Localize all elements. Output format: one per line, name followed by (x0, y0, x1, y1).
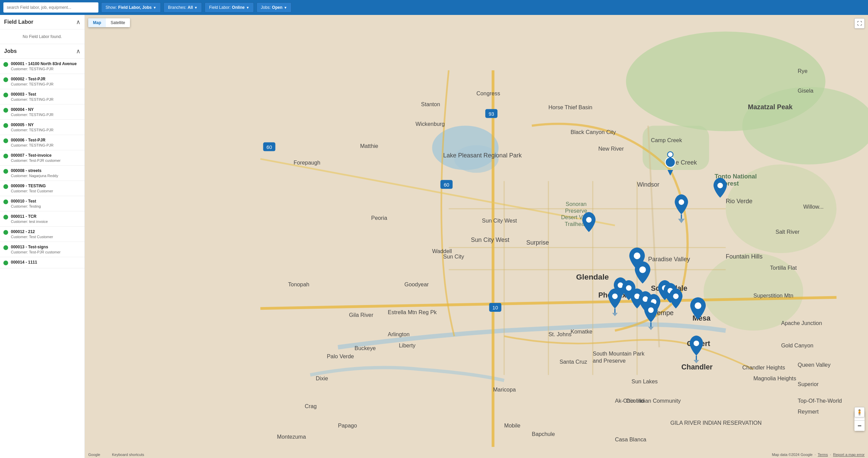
fullscreen-button[interactable]: ⛶ (854, 18, 865, 28)
job-info: 000006 - Test-PJR Customer: TESTING-PJR (11, 138, 81, 147)
job-title: 000008 - streets (11, 168, 81, 173)
job-title: 000013 - Test-signs (11, 245, 81, 249)
show-value: Field Labor, Jobs (118, 5, 152, 10)
job-title: 000002 - Test-PJR (11, 77, 81, 81)
svg-text:Windsor: Windsor (637, 181, 659, 188)
svg-text:Congress: Congress (476, 90, 500, 96)
map-type-controls: Map Satellite (88, 18, 130, 27)
svg-point-105 (717, 183, 723, 188)
svg-text:Palo Verde: Palo Verde (327, 353, 354, 359)
branches-filter-button[interactable]: Branches: All ▼ (164, 2, 202, 13)
job-title: 000014 - 1111 (11, 260, 81, 265)
search-input[interactable] (3, 2, 98, 13)
svg-text:Gila River: Gila River (349, 312, 374, 318)
job-info: 000011 - TCR Customer: test invoice (11, 214, 81, 224)
main-layout: Field Labor ∧ No Field Labor found. Jobs… (0, 15, 868, 458)
job-list-item[interactable]: 000014 - 1111 (0, 257, 84, 268)
job-list-item[interactable]: 000009 - TESTING Customer: Test Customer (0, 181, 84, 196)
job-status-dot (3, 215, 8, 220)
job-list-item[interactable]: 000008 - streets Customer: Nagarjuna Red… (0, 166, 84, 181)
job-list-item[interactable]: 000013 - Test-signs Customer: Test-PJR c… (0, 242, 84, 257)
show-filter-button[interactable]: Show: Field Labor, Jobs ▼ (101, 2, 161, 13)
job-status-dot (3, 108, 8, 113)
keyboard-shortcuts[interactable]: Keyboard shortcuts (112, 453, 144, 457)
jobs-collapse-icon[interactable]: ∧ (76, 47, 80, 55)
svg-text:Crag: Crag (305, 403, 317, 409)
job-list-item[interactable]: 000001 - 14100 North 83rd Avenue Custome… (0, 59, 84, 74)
job-customer: Customer: Nagarjuna Reddy (11, 174, 81, 178)
jobs-filter-button[interactable]: Jobs: Open ▼ (257, 2, 291, 13)
job-title: 000001 - 14100 North 83rd Avenue (11, 61, 81, 66)
svg-text:Stanton: Stanton (421, 101, 440, 107)
svg-text:Willow...: Willow... (803, 204, 824, 210)
job-list-item[interactable]: 000006 - Test-PJR Customer: TESTING-PJR (0, 135, 84, 150)
job-list-item[interactable]: 000003 - Test Customer: TESTING-PJR (0, 89, 84, 104)
svg-text:Rye: Rye (798, 68, 808, 74)
svg-text:Surprise: Surprise (526, 239, 549, 246)
svg-text:Horse Thief Basin: Horse Thief Basin (548, 104, 592, 110)
job-customer: Customer: TESTING-PJR (11, 97, 81, 101)
svg-point-123 (695, 302, 701, 309)
svg-text:Komatke: Komatke (571, 328, 592, 335)
job-status-dot (3, 261, 8, 265)
job-title: 000007 - Test-invoice (11, 153, 81, 158)
svg-text:Papago: Papago (338, 422, 357, 428)
svg-point-113 (626, 285, 631, 291)
google-attribution: Google (88, 453, 100, 457)
map-type-satellite-button[interactable]: Satellite (106, 18, 130, 27)
svg-text:Magnolia Heights: Magnolia Heights (753, 375, 796, 381)
job-title: 000011 - TCR (11, 214, 81, 219)
svg-text:60: 60 (266, 145, 272, 150)
job-status-dot (3, 184, 8, 189)
branches-arrow-icon: ▼ (194, 6, 197, 9)
job-list-item[interactable]: 000004 - NY Customer: TESTING-PJR (0, 104, 84, 120)
svg-text:South Mountain Park: South Mountain Park (593, 350, 645, 357)
svg-point-124 (648, 307, 654, 313)
job-list-item[interactable]: 000012 - 212 Customer: Test Customer (0, 227, 84, 242)
job-title: 000006 - Test-PJR (11, 138, 81, 142)
job-customer: Customer: Test Customer (11, 235, 81, 239)
pegman-icon[interactable]: 🧍 (854, 407, 865, 417)
job-list-item[interactable]: 000011 - TCR Customer: test invoice (0, 211, 84, 227)
svg-text:Rio Verde: Rio Verde (726, 198, 753, 205)
svg-text:Bapchule: Bapchule (532, 431, 555, 437)
svg-text:Apache Junction: Apache Junction (781, 320, 822, 326)
map-area[interactable]: Map Satellite ⛶ (85, 15, 868, 458)
svg-text:and Preserve: and Preserve (593, 358, 626, 364)
job-list-item[interactable]: 000005 - NY Customer: TESTING-PJR (0, 120, 84, 135)
svg-text:Preserve: Preserve (565, 208, 587, 214)
svg-text:Arlington: Arlington (388, 331, 410, 337)
svg-text:Ocotillo: Ocotillo (626, 398, 644, 404)
job-info: 000010 - Test Customer: Testing (11, 199, 81, 208)
job-list-item[interactable]: 000010 - Test Customer: Testing (0, 196, 84, 211)
zoom-out-button[interactable]: − (854, 421, 865, 431)
field-labor-collapse-icon[interactable]: ∧ (76, 18, 80, 26)
job-info: 000005 - NY Customer: TESTING-PJR (11, 122, 81, 132)
field-labor-title: Field Labor (4, 19, 33, 25)
job-status-dot (3, 93, 8, 97)
svg-text:Superstition Mtn: Superstition Mtn (753, 292, 793, 299)
map-type-map-button[interactable]: Map (88, 18, 106, 27)
svg-text:Reymert: Reymert (798, 408, 819, 415)
sidebar: Field Labor ∧ No Field Labor found. Jobs… (0, 15, 85, 458)
show-label: Show: (106, 5, 117, 10)
svg-text:GILA RIVER INDIAN RESERVATION: GILA RIVER INDIAN RESERVATION (670, 420, 761, 426)
svg-text:Gisela: Gisela (798, 88, 814, 94)
job-info: 000012 - 212 Customer: Test Customer (11, 229, 81, 239)
field-labor-filter-button[interactable]: Field Labor: Online ▼ (205, 2, 254, 13)
svg-text:Montezuma: Montezuma (277, 434, 306, 440)
show-arrow-icon: ▼ (153, 6, 156, 9)
job-customer: Customer: Test-PJR customer (11, 158, 81, 163)
job-list-item[interactable]: 000007 - Test-invoice Customer: Test-PJR… (0, 150, 84, 166)
svg-text:Mazatzal Peak: Mazatzal Peak (748, 103, 793, 111)
jobs-label: Jobs: (261, 5, 271, 10)
field-labor-label: Field Labor: (209, 5, 230, 10)
svg-text:Wickenburg: Wickenburg (415, 121, 445, 127)
svg-text:Casa Blanca: Casa Blanca (615, 436, 646, 442)
job-info: 000013 - Test-signs Customer: Test-PJR c… (11, 245, 81, 254)
svg-point-109 (586, 217, 591, 223)
job-status-dot (3, 199, 8, 204)
job-info: 000004 - NY Customer: TESTING-PJR (11, 107, 81, 117)
map-canvas[interactable]: Glendale Phoenix Scottsdale Tempe Mesa G… (85, 15, 868, 458)
job-list-item[interactable]: 000002 - Test-PJR Customer: TESTING-PJR (0, 74, 84, 89)
